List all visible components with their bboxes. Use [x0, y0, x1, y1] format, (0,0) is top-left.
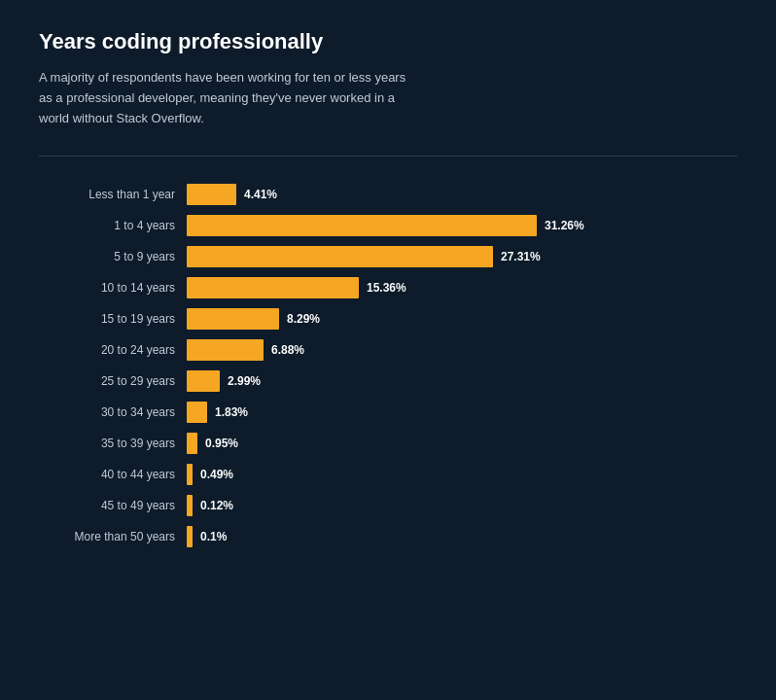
bar-label: 20 to 24 years: [58, 343, 175, 357]
bar-label: More than 50 years: [58, 530, 175, 543]
bar-label: 1 to 4 years: [58, 219, 175, 232]
bar-value: 0.95%: [205, 437, 238, 450]
bar-track: 4.41%: [187, 184, 737, 205]
bar-value: 8.29%: [287, 312, 320, 326]
chart-subtitle: A majority of respondents have been work…: [39, 68, 408, 128]
bar-value: 0.12%: [200, 499, 233, 512]
bar-row: 5 to 9 years27.31%: [58, 246, 737, 267]
bar-fill: [187, 277, 359, 298]
bar-fill: [187, 308, 279, 330]
bar-label: 35 to 39 years: [58, 437, 175, 450]
bar-label: 30 to 34 years: [58, 405, 175, 419]
bar-fill: [187, 464, 193, 485]
bar-fill: [187, 184, 236, 205]
bar-track: 8.29%: [187, 308, 737, 330]
bar-value: 2.99%: [228, 374, 261, 388]
bar-row: 1 to 4 years31.26%: [58, 215, 737, 236]
bar-track: 1.83%: [187, 402, 737, 423]
bar-track: 0.1%: [187, 526, 737, 547]
bar-row: 15 to 19 years8.29%: [58, 308, 737, 330]
bar-row: Less than 1 year4.41%: [58, 184, 737, 205]
bar-label: 45 to 49 years: [58, 499, 175, 512]
bar-fill: [187, 433, 197, 454]
bar-value: 15.36%: [367, 281, 406, 295]
bar-track: 6.88%: [187, 339, 737, 361]
bar-track: 0.49%: [187, 464, 737, 485]
bar-row: 40 to 44 years0.49%: [58, 464, 737, 485]
bar-value: 27.31%: [501, 250, 541, 263]
section-divider: [39, 156, 737, 157]
bar-row: 20 to 24 years6.88%: [58, 339, 737, 361]
chart-title: Years coding professionally: [39, 29, 737, 54]
bar-fill: [187, 246, 493, 267]
bar-track: 0.12%: [187, 495, 737, 516]
bar-track: 31.26%: [187, 215, 737, 236]
bar-row: 45 to 49 years0.12%: [58, 495, 737, 516]
bar-fill: [187, 215, 537, 236]
bar-track: 2.99%: [187, 370, 737, 392]
bar-label: 15 to 19 years: [58, 312, 175, 326]
bar-track: 0.95%: [187, 433, 737, 454]
bar-label: Less than 1 year: [58, 188, 175, 201]
bar-track: 15.36%: [187, 277, 737, 298]
bar-value: 31.26%: [545, 219, 584, 232]
bar-label: 40 to 44 years: [58, 468, 175, 481]
bar-value: 0.1%: [200, 530, 227, 543]
bar-chart: Less than 1 year4.41%1 to 4 years31.26%5…: [39, 184, 737, 547]
bar-row: 30 to 34 years1.83%: [58, 402, 737, 423]
bar-value: 6.88%: [271, 343, 304, 357]
bar-value: 1.83%: [215, 405, 248, 419]
bar-row: More than 50 years0.1%: [58, 526, 737, 547]
bar-fill: [187, 339, 264, 361]
bar-fill: [187, 495, 193, 516]
bar-fill: [187, 370, 220, 392]
bar-track: 27.31%: [187, 246, 737, 267]
bar-row: 10 to 14 years15.36%: [58, 277, 737, 298]
bar-label: 25 to 29 years: [58, 374, 175, 388]
bar-label: 10 to 14 years: [58, 281, 175, 295]
bar-value: 4.41%: [244, 188, 277, 201]
bar-value: 0.49%: [200, 468, 233, 481]
bar-label: 5 to 9 years: [58, 250, 175, 263]
bar-row: 25 to 29 years2.99%: [58, 370, 737, 392]
bar-row: 35 to 39 years0.95%: [58, 433, 737, 454]
bar-fill: [187, 402, 207, 423]
bar-fill: [187, 526, 193, 547]
